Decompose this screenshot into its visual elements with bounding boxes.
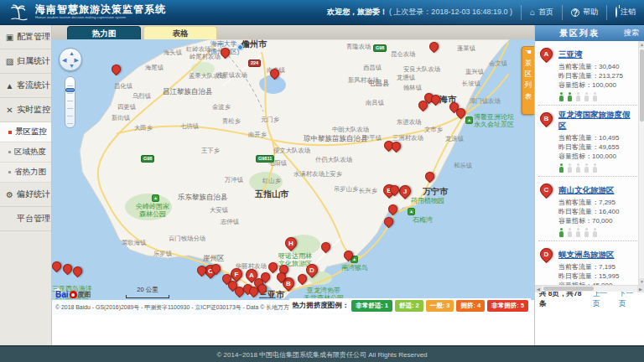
- heat-legend-title: 热力拥挤度图例：: [292, 301, 349, 311]
- scenic-spot-icon: ▴: [152, 194, 159, 202]
- help-icon: ?: [571, 8, 579, 17]
- map-zoom-slider[interactable]: [65, 76, 75, 128]
- pin-A: A: [538, 45, 555, 63]
- vertical-scrollbar-thumb[interactable]: [640, 49, 644, 122]
- welcome-text: 欢迎您，旅游委！: [327, 7, 387, 18]
- horizontal-scrollbar-thumb[interactable]: [543, 287, 594, 291]
- vertical-scrollbar[interactable]: ▲ ▼: [638, 41, 644, 285]
- pagination-summary: 共 8页，共78条: [539, 289, 588, 309]
- stat-current: 当前客流量：7,295: [558, 198, 632, 207]
- home-icon: ⌂: [530, 8, 535, 17]
- sidebar-subitem-景区监控[interactable]: 景区监控: [0, 122, 51, 142]
- sidebar-item-label: 归属统计: [17, 55, 50, 67]
- map-canvas[interactable]: 儋州市琼海市万宁市五指山市三亚市昌江黎族自治县屯昌县琼中黎族苗族自治县乐东黎族自…: [52, 39, 534, 314]
- zoom-slider-handle[interactable]: [65, 88, 75, 92]
- list-item-body: 南山文化旅游区当前客流量：7,295昨日客流量：16,400容量指标：70,00…: [558, 181, 632, 237]
- pan-left-icon[interactable]: ◀: [62, 57, 66, 63]
- stat-yesterday: 昨日客流量：49,655: [558, 142, 632, 152]
- road-badge: G9811: [256, 155, 274, 163]
- pointer-hand-icon: ☚: [525, 49, 532, 56]
- scenic-list: A三亚湾当前客流量：30,640昨日客流量：213,275容量指标：100,00…: [535, 41, 644, 285]
- sidebar-item-icon: ⚙: [4, 190, 15, 199]
- home-button[interactable]: ⌂ 首页: [521, 5, 562, 20]
- map-pan-control[interactable]: ▲ ▼ ◀ ▶: [59, 48, 82, 71]
- list-item-D: D蜈支洲岛旅游区当前客流量：7,195昨日客流量：15,995容量指标：45,0…: [538, 241, 644, 285]
- app-logo: 海南智慧旅游决策监管系统 Hainan wisdom tourism decis…: [8, 3, 166, 22]
- scenic-list-title: 景区列表: [535, 28, 624, 39]
- list-item-C: C南山文化旅游区当前客流量：7,295昨日客流量：16,400容量指标：70,0…: [538, 177, 644, 241]
- bullet-icon: [8, 131, 12, 134]
- scenic-name-link[interactable]: 亚龙湾国家旅游度假区: [558, 110, 632, 132]
- header: 海南智慧旅游决策监管系统 Hainan wisdom tourism decis…: [0, 0, 644, 25]
- marker-letter: [271, 70, 278, 77]
- person-icon: [558, 228, 564, 237]
- sidebar-item-3[interactable]: ▲客流统计: [0, 74, 51, 98]
- marker-letter: [221, 49, 229, 56]
- sidebar-item-5[interactable]: ⚙偏好统计: [0, 183, 51, 207]
- sidebar-item-2[interactable]: ▨归属统计: [0, 49, 51, 74]
- list-item-pin-icon: C: [540, 184, 553, 196]
- marker-letter: [74, 267, 81, 275]
- list-item-body: 蜈支洲岛旅游区当前客流量：7,195昨日客流量：15,995容量指标：45,00…: [558, 246, 632, 285]
- tab-heatmap[interactable]: 热力图: [67, 26, 141, 39]
- help-button[interactable]: ? 帮助: [562, 5, 606, 20]
- marker-letter: [53, 262, 60, 270]
- below-map-gap: [52, 314, 534, 345]
- list-item-B: B亚龙湾国家旅游度假区当前客流量：10,495昨日客流量：49,655容量指标：…: [538, 106, 644, 177]
- sidebar-collapse-icon[interactable]: «: [46, 189, 49, 197]
- home-button-label: 首页: [538, 7, 553, 18]
- marker-letter: [212, 265, 220, 272]
- prev-page-link[interactable]: 上一页: [593, 289, 614, 309]
- sidebar-item-6[interactable]: 平台管理: [0, 207, 51, 231]
- list-item-body: 亚龙湾国家旅游度假区当前客流量：10,495昨日客流量：49,655容量指标：1…: [558, 110, 632, 173]
- stat-yesterday: 昨日客流量：15,995: [558, 272, 632, 281]
- bullet-icon: [8, 171, 11, 173]
- list-item-pin-icon: D: [540, 248, 553, 261]
- scroll-up-icon[interactable]: ▲: [639, 41, 644, 48]
- logout-icon: [615, 7, 617, 18]
- scroll-left-icon[interactable]: ◀: [535, 286, 542, 292]
- legend-chip: 非常舒适: 1: [351, 300, 392, 312]
- sidebar-subitem-label: 区域热度: [14, 147, 46, 158]
- pan-down-icon[interactable]: ▼: [69, 63, 75, 69]
- tab-table[interactable]: 表格: [143, 26, 217, 39]
- pan-up-icon[interactable]: ▲: [69, 50, 75, 56]
- baidu-logo: Bai度图: [55, 290, 91, 299]
- pan-right-icon[interactable]: ▶: [75, 57, 79, 63]
- horizontal-scrollbar[interactable]: ◀ ▶: [535, 285, 644, 292]
- scenic-name-link[interactable]: 南山文化旅游区: [558, 185, 615, 196]
- logout-button[interactable]: 注销: [606, 5, 644, 20]
- stat-yesterday: 昨日客流量：213,275: [558, 71, 632, 80]
- logout-button-label: 注销: [621, 7, 636, 18]
- marker-letter: [112, 65, 120, 73]
- view-tabbar: 热力图 表格: [52, 25, 534, 39]
- sidebar-subitem-区域热度[interactable]: 区域热度: [0, 142, 51, 163]
- person-icon: [567, 228, 573, 237]
- scroll-right-icon[interactable]: ▶: [637, 286, 644, 292]
- search-link[interactable]: 搜索: [624, 28, 639, 39]
- scenic-name-link[interactable]: 三亚湾: [558, 49, 583, 60]
- app-subtitle: Hainan wisdom tourism decision-making su…: [35, 16, 153, 19]
- person-icon: [575, 163, 581, 173]
- sidebar-subitem-省热力图[interactable]: 省热力图: [0, 163, 51, 183]
- person-icon: [592, 228, 598, 237]
- scenic-list-vertical-tab[interactable]: ☚ 景区列表: [522, 46, 534, 115]
- pagination: 共 8页，共78条 上一页 下一页: [535, 292, 644, 306]
- sidebar-item-icon: ✕: [4, 106, 15, 115]
- person-icon: [567, 163, 573, 173]
- marker-letter: [262, 273, 269, 281]
- sidebar-item-label: 客流统计: [17, 80, 50, 91]
- sidebar-item-4[interactable]: ✕实时监控: [0, 98, 51, 122]
- vertical-tab-char: 表: [525, 91, 532, 102]
- sidebar-item-1[interactable]: ▣配置管理: [0, 25, 51, 49]
- map-base-layer: [52, 39, 534, 314]
- scenic-name-link[interactable]: 蜈支洲岛旅游区: [558, 250, 615, 261]
- marker-letter: [389, 205, 397, 213]
- marker-letter: J: [400, 186, 410, 196]
- vertical-tab-char: 列: [525, 80, 532, 90]
- pin-D: D: [538, 246, 555, 263]
- scroll-down-icon[interactable]: ▼: [639, 278, 644, 285]
- marker-letter: [457, 109, 465, 116]
- stat-capacity: 容量指标：100,000: [558, 80, 632, 90]
- footer-copyright: © 2014~2018 中国电信集团系统集成有限责任公司 All Rights …: [216, 350, 427, 359]
